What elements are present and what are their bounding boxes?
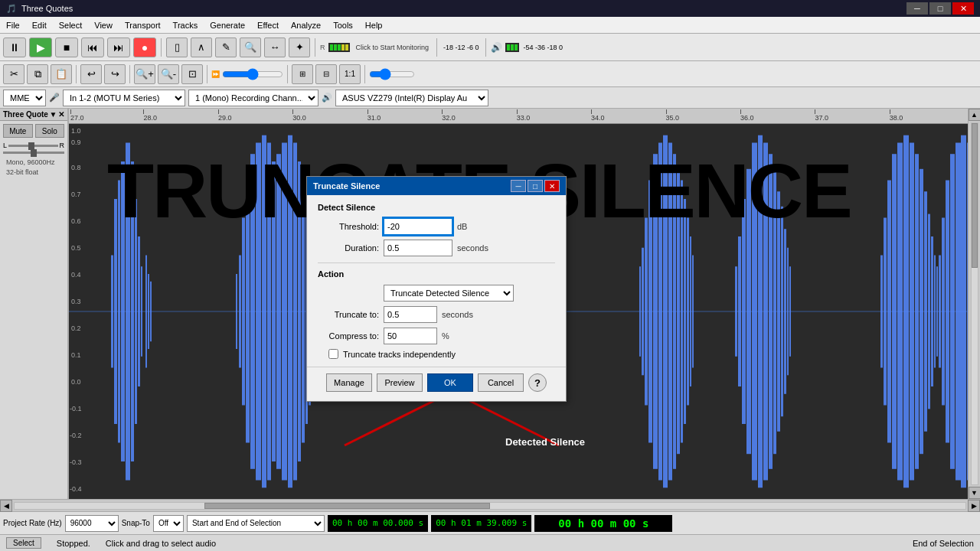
output-level-bar [505, 43, 519, 52]
menu-item-transport[interactable]: Transport [119, 19, 167, 31]
track-menu-icon[interactable]: ✕ [58, 110, 64, 119]
selection-mode-select[interactable]: Start and End of Selection [187, 515, 325, 532]
pan-thumb [31, 149, 37, 157]
multi-tool-button[interactable]: ✦ [289, 37, 310, 57]
stop-button[interactable]: ■ [55, 37, 78, 57]
threshold-input[interactable] [384, 218, 452, 235]
zoom-out-button[interactable]: 🔍- [158, 64, 179, 84]
fit-project-button[interactable]: ⊟ [315, 64, 337, 84]
track-collapse-icon[interactable]: ▼ [50, 110, 57, 119]
zoom-tool-button[interactable]: 🔍 [240, 37, 261, 57]
envelope-tool-button[interactable]: ∧ [191, 37, 212, 57]
skip-back-button[interactable]: ⏮ [81, 37, 104, 57]
project-rate-select[interactable]: 96000 [65, 515, 119, 532]
level-seg-3 [338, 44, 341, 51]
speaker-icon2: 🔊 [322, 93, 332, 103]
truncate-silence-dialog: Truncate Silence ─ □ ✕ Detect Silence Th… [306, 176, 567, 402]
undo-button[interactable]: ↩ [80, 64, 102, 84]
snap-to-select[interactable]: Off [153, 515, 184, 532]
menu-item-analyze[interactable]: Analyze [285, 19, 327, 31]
pan-row [3, 152, 64, 154]
edit-toolbar: ✂ ⧉ 📋 ↩ ↪ 🔍+ 🔍- ⊡ ⏩ ⊞ ⊟ 1:1 [0, 61, 980, 87]
select-button[interactable]: Select [6, 537, 41, 549]
input-channel-select[interactable]: 1 (Mono) Recording Chann... [188, 90, 318, 106]
dialog-minimize-button[interactable]: ─ [511, 180, 526, 192]
menu-item-tools[interactable]: Tools [327, 19, 359, 31]
compress-to-input[interactable] [384, 328, 437, 344]
svg-rect-16 [246, 181, 250, 443]
help-button[interactable]: ? [528, 373, 547, 392]
vertical-scrollbar[interactable]: ▲ ▼ [968, 109, 980, 499]
mute-button[interactable]: Mute [3, 124, 33, 138]
gain-slider[interactable] [8, 145, 57, 147]
preview-button[interactable]: Preview [377, 373, 423, 392]
gain-row: L R [3, 142, 64, 149]
threshold-label: Threshold: [318, 222, 379, 231]
duration-input[interactable] [384, 240, 452, 256]
fit-selection-button[interactable]: ⊞ [292, 64, 313, 84]
menu-item-help[interactable]: Help [359, 19, 389, 31]
menu-item-edit[interactable]: Edit [26, 19, 53, 31]
zoom-normal-button[interactable]: 1:1 [339, 64, 361, 84]
input-device-select[interactable]: In 1-2 (MOTU M Series) [63, 90, 185, 106]
right-label: R [60, 142, 65, 149]
close-button[interactable]: ✕ [952, 2, 974, 15]
menu-item-tracks[interactable]: Tracks [167, 19, 204, 31]
menu-item-view[interactable]: View [88, 19, 119, 31]
cancel-button[interactable]: Cancel [478, 373, 524, 392]
timeshift-tool-button[interactable]: ↔ [264, 37, 286, 57]
copy-button[interactable]: ⧉ [27, 64, 48, 84]
dialog-maximize-button[interactable]: □ [528, 180, 543, 192]
scroll-left-arrow[interactable]: ◀ [0, 500, 12, 512]
minimize-button[interactable]: ─ [906, 2, 928, 15]
pause-button[interactable]: ⏸ [3, 37, 26, 57]
draw-tool-button[interactable]: ✎ [215, 37, 237, 57]
cut-button[interactable]: ✂ [3, 64, 24, 84]
menu-item-generate[interactable]: Generate [204, 19, 251, 31]
zoom-fit-button[interactable]: ⊡ [181, 64, 203, 84]
gain-thumb [28, 142, 34, 150]
paste-button[interactable]: 📋 [51, 64, 72, 84]
pan-slider[interactable] [3, 152, 64, 154]
menu-item-effect[interactable]: Effect [251, 19, 285, 31]
scroll-right-arrow[interactable]: ▶ [968, 500, 980, 512]
scroll-up-arrow[interactable]: ▲ [969, 109, 981, 121]
truncate-independently-checkbox[interactable] [328, 349, 338, 359]
detect-section-title: Detect Silence [318, 203, 555, 212]
track-name: Three Quote [3, 110, 48, 119]
zoom-in-button[interactable]: 🔍+ [134, 64, 155, 84]
action-select[interactable]: Truncate Detected Silence Add Silence Re… [384, 285, 514, 302]
titlebar-left: 🎵 Three Quotes [6, 4, 73, 14]
playback-slider[interactable] [369, 68, 415, 80]
duration-row: Duration: seconds [318, 240, 555, 256]
menu-item-select[interactable]: Select [53, 19, 89, 31]
output-device-select[interactable]: ASUS VZ279 (Intel(R) Display Au [335, 90, 488, 106]
skip-forward-button[interactable]: ⏭ [107, 37, 130, 57]
truncate-to-input[interactable] [384, 306, 437, 323]
svg-rect-17 [250, 154, 255, 469]
select-tool-button[interactable]: ▯ [166, 37, 188, 57]
speed-slider[interactable] [222, 68, 283, 80]
scroll-track-v[interactable] [971, 122, 978, 485]
y-label-1: 1.0 [71, 127, 81, 135]
dialog-close-button[interactable]: ✕ [544, 180, 560, 192]
scroll-down-arrow[interactable]: ▼ [969, 487, 981, 499]
play-button[interactable]: ▶ [29, 37, 52, 57]
manage-button[interactable]: Manage [326, 373, 372, 392]
scroll-track-h[interactable] [14, 502, 966, 510]
redo-button[interactable]: ↪ [104, 64, 126, 84]
ok-button[interactable]: OK [427, 373, 473, 392]
maximize-button[interactable]: □ [929, 2, 951, 15]
record-button[interactable]: ● [133, 37, 156, 57]
menu-item-file[interactable]: File [0, 19, 26, 31]
y-label-n03: -0.3 [70, 458, 82, 466]
svg-rect-85 [939, 256, 941, 368]
driver-select[interactable]: MME [3, 90, 46, 106]
solo-button[interactable]: Solo [35, 124, 65, 138]
track-header: Three Quote ▼ ✕ [0, 109, 67, 121]
level-seg-2 [334, 44, 337, 51]
svg-rect-9 [141, 266, 142, 357]
svg-rect-3 [118, 181, 120, 443]
svg-rect-73 [887, 181, 891, 443]
ruler-tick-6: 33.0 [517, 114, 531, 123]
